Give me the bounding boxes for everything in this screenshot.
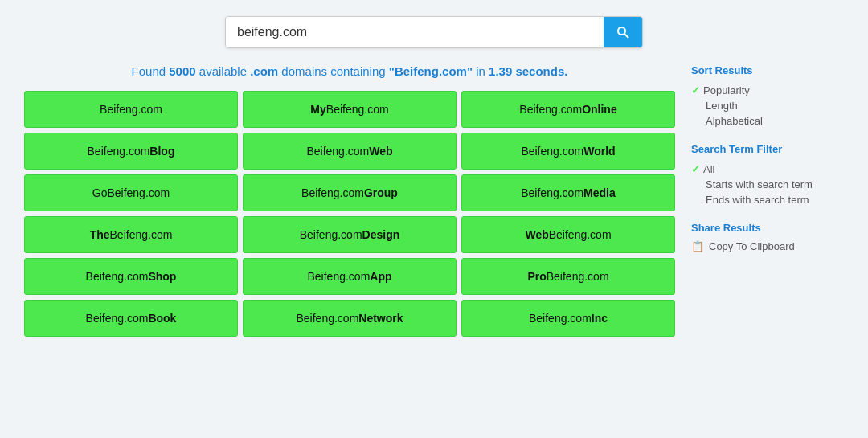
search-container	[225, 16, 643, 48]
filter-item-label: Ends with search term	[706, 194, 809, 206]
search-icon	[616, 26, 629, 39]
sort-item-label: Popularity	[703, 84, 750, 96]
domain-cell[interactable]: Beifeng.comGroup	[243, 174, 457, 211]
share-title: Share Results	[691, 222, 844, 234]
domain-cell[interactable]: Beifeng.comShop	[24, 258, 238, 295]
domain-cell[interactable]: Beifeng.com	[24, 91, 238, 128]
main-layout: Found 5000 available .com domains contai…	[0, 64, 868, 337]
sort-item-label: Alphabetical	[706, 115, 763, 127]
page-wrapper: Found 5000 available .com domains contai…	[0, 0, 868, 438]
filter-item[interactable]: ✓All	[691, 162, 844, 177]
svg-line-1	[624, 34, 628, 38]
svg-point-0	[618, 27, 625, 35]
check-icon: ✓	[691, 163, 700, 175]
domain-cell[interactable]: ProBeifeng.com	[461, 258, 675, 295]
filter-item[interactable]: Ends with search term	[691, 192, 844, 207]
check-icon: ✓	[691, 84, 700, 96]
filter-items-container: ✓AllStarts with search termEnds with sea…	[691, 162, 844, 207]
filter-item[interactable]: Starts with search term	[691, 177, 844, 192]
filter-item-label: All	[703, 163, 714, 175]
domain-cell[interactable]: Beifeng.comOnline	[461, 91, 675, 128]
sort-item[interactable]: Alphabetical	[691, 113, 844, 129]
sort-item-label: Length	[706, 100, 738, 112]
domain-cell[interactable]: GoBeifeng.com	[24, 174, 238, 211]
share-items-container: 📋Copy To Clipboard	[691, 240, 844, 252]
domain-cell[interactable]: Beifeng.comInc	[461, 300, 675, 337]
domain-cell[interactable]: Beifeng.comBook	[24, 300, 238, 337]
domain-cell[interactable]: Beifeng.comApp	[243, 258, 457, 295]
search-section	[0, 16, 868, 48]
domain-cell[interactable]: Beifeng.comBlog	[24, 133, 238, 170]
sort-items-container: ✓PopularityLengthAlphabetical	[691, 83, 844, 129]
domain-cell[interactable]: WebBeifeng.com	[461, 216, 675, 253]
sort-section: Sort Results ✓PopularityLengthAlphabetic…	[691, 64, 844, 129]
clipboard-icon: 📋	[691, 240, 704, 252]
filter-section: Search Term Filter ✓AllStarts with searc…	[691, 143, 844, 207]
filter-title: Search Term Filter	[691, 143, 844, 155]
sort-item[interactable]: Length	[691, 98, 844, 113]
results-headline: Found 5000 available .com domains contai…	[24, 64, 675, 78]
domain-cell[interactable]: Beifeng.comNetwork	[243, 300, 457, 337]
share-section: Share Results 📋Copy To Clipboard	[691, 222, 844, 252]
sort-title: Sort Results	[691, 64, 844, 76]
share-item-label: Copy To Clipboard	[709, 240, 795, 252]
domain-cell[interactable]: Beifeng.comWeb	[243, 133, 457, 170]
search-input[interactable]	[226, 17, 604, 47]
domain-cell[interactable]: Beifeng.comMedia	[461, 174, 675, 211]
domain-grid: Beifeng.comMyBeifeng.comBeifeng.comOnlin…	[24, 91, 675, 337]
filter-item-label: Starts with search term	[706, 178, 813, 190]
domain-cell[interactable]: Beifeng.comWorld	[461, 133, 675, 170]
domain-cell[interactable]: MyBeifeng.com	[243, 91, 457, 128]
sidebar: Sort Results ✓PopularityLengthAlphabetic…	[691, 64, 844, 337]
search-button[interactable]	[604, 17, 642, 47]
sort-item[interactable]: ✓Popularity	[691, 83, 844, 98]
domain-cell[interactable]: TheBeifeng.com	[24, 216, 238, 253]
results-section: Found 5000 available .com domains contai…	[24, 64, 675, 337]
share-item[interactable]: 📋Copy To Clipboard	[691, 240, 844, 252]
domain-cell[interactable]: Beifeng.comDesign	[243, 216, 457, 253]
